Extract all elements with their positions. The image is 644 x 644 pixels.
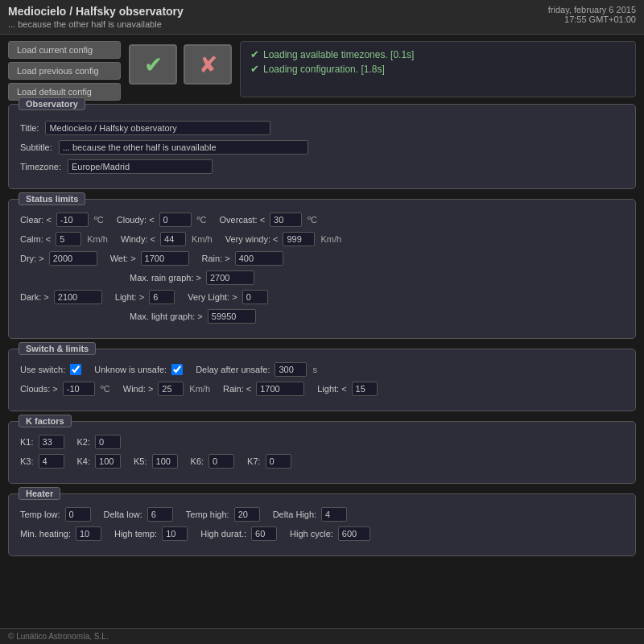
load-previous-button[interactable]: Load previous config: [8, 62, 121, 80]
min-heating-group: Min. heating:: [20, 526, 101, 541]
clouds-input[interactable]: [63, 382, 95, 396]
title-input[interactable]: [45, 121, 270, 135]
windy-input[interactable]: [160, 232, 186, 246]
k4-label: K4:: [77, 456, 91, 466]
high-durat-group: High durat.:: [200, 526, 277, 541]
wind-input[interactable]: [158, 382, 184, 396]
windy-label: Windy: <: [121, 234, 155, 244]
status-row-2: Calm: < Km/h Windy: < Km/h Very windy: <…: [20, 232, 624, 246]
rain-group: Rain: >: [202, 251, 283, 266]
status-text-1: Loading available timezones. [0.1s]: [263, 49, 414, 60]
wind-group: Wind: > Km/h: [123, 382, 210, 396]
k4-group: K4:: [77, 454, 122, 469]
switch-row-1: Use switch: Unknow is unsafe: Delay afte…: [20, 362, 624, 377]
clear-unit: ºC: [94, 215, 104, 225]
k4-input[interactable]: [95, 454, 121, 469]
switch-row-2: Clouds: > ºC Wind: > Km/h Rain: < Light:…: [20, 382, 624, 396]
k7-input[interactable]: [266, 454, 291, 469]
clear-input[interactable]: [56, 213, 89, 227]
dark-input[interactable]: [54, 290, 102, 304]
heater-section: Heater Temp low: Delta low: Temp high: D…: [8, 493, 636, 556]
rain-input[interactable]: [235, 251, 283, 266]
title-label: Title:: [20, 123, 39, 133]
rain-label: Rain: >: [202, 254, 230, 263]
min-heating-label: Min. heating:: [20, 529, 71, 539]
high-durat-input[interactable]: [251, 526, 277, 541]
unknow-unsafe-checkbox[interactable]: [171, 364, 183, 375]
high-cycle-group: High cycle:: [290, 526, 370, 541]
max-rain-group: Max. rain graph: >: [130, 270, 254, 285]
k-factors-section: K factors K1: K2: K3: K4: K5:: [8, 421, 636, 484]
temp-high-group: Temp high:: [186, 507, 260, 522]
k2-input[interactable]: [95, 435, 121, 449]
heater-row-2: Min. heating: High temp: High durat.: Hi…: [20, 526, 624, 541]
k1-input[interactable]: [39, 435, 64, 449]
very-light-input[interactable]: [242, 290, 268, 304]
status-row-1: Clear: < ºC Cloudy: < ºC Overcast: < ºC: [20, 213, 624, 227]
delta-low-input[interactable]: [147, 507, 173, 522]
k5-input[interactable]: [152, 454, 178, 469]
high-cycle-label: High cycle:: [290, 529, 333, 539]
delta-low-label: Delta low:: [104, 510, 142, 519]
confirm-button[interactable]: ✔: [129, 44, 177, 85]
app-title: Mediocielo / Halfsky observatory: [8, 5, 184, 18]
high-temp-label: High temp:: [114, 529, 157, 539]
heater-row-1: Temp low: Delta low: Temp high: Delta Hi…: [20, 507, 624, 522]
very-windy-input[interactable]: [283, 232, 315, 246]
k3-group: K3:: [20, 454, 64, 469]
use-switch-group: Use switch:: [20, 364, 81, 375]
timezone-input[interactable]: [68, 159, 213, 174]
sections-area: Observatory Title: Subtitle: Timezone: S…: [0, 104, 644, 574]
k5-group: K5:: [134, 454, 178, 469]
status-row-4: Max. rain graph: >: [20, 270, 624, 285]
delta-high-input[interactable]: [321, 507, 347, 522]
temp-low-input[interactable]: [65, 507, 91, 522]
status-limits-title: Status limits: [19, 192, 85, 205]
max-light-input[interactable]: [208, 309, 256, 324]
delay-group: Delay after unsafe: s: [196, 362, 317, 377]
clouds-unit: ºC: [101, 384, 110, 394]
overcast-unit: ºC: [308, 215, 317, 225]
wind-unit: Km/h: [189, 384, 210, 394]
load-current-button[interactable]: Load current config: [8, 41, 121, 59]
overcast-label: Overcast: <: [220, 215, 266, 225]
status-row-3: Dry: > Wet: > Rain: >: [20, 251, 624, 266]
calm-unit: Km/h: [87, 234, 108, 244]
wind-label: Wind: >: [123, 384, 154, 394]
high-temp-input[interactable]: [162, 526, 188, 541]
cloudy-input[interactable]: [159, 213, 192, 227]
light-input[interactable]: [149, 290, 175, 304]
top-bar-left: Mediocielo / Halfsky observatory ... bec…: [8, 5, 184, 29]
use-switch-checkbox[interactable]: [70, 364, 81, 375]
subtitle-input[interactable]: [59, 140, 308, 155]
cancel-icon: ✘: [199, 52, 217, 78]
temp-high-input[interactable]: [234, 507, 260, 522]
k5-label: K5:: [134, 456, 147, 466]
cloudy-label: Cloudy: <: [117, 215, 155, 225]
overcast-input[interactable]: [270, 213, 302, 227]
delay-input[interactable]: [275, 362, 307, 377]
max-light-label: Max. light graph: >: [130, 312, 203, 321]
status-row-6: Max. light graph: >: [20, 309, 624, 324]
wet-group: Wet: >: [110, 251, 189, 266]
wet-input[interactable]: [141, 251, 189, 266]
dry-input[interactable]: [49, 251, 97, 266]
k7-label: K7:: [247, 456, 261, 466]
sw-rain-input[interactable]: [256, 382, 304, 396]
top-bar-right: friday, february 6 2015 17:55 GMT+01:00: [548, 5, 636, 24]
very-light-group: Very Light: >: [188, 290, 267, 304]
k6-input[interactable]: [208, 454, 234, 469]
status-line-1: ✔ Loading available timezones. [0.1s]: [250, 48, 625, 60]
min-heating-input[interactable]: [76, 526, 101, 541]
cancel-button[interactable]: ✘: [184, 44, 232, 85]
overcast-group: Overcast: < ºC: [220, 213, 318, 227]
high-cycle-input[interactable]: [338, 526, 370, 541]
sw-light-input[interactable]: [352, 382, 378, 396]
k3-label: K3:: [20, 456, 34, 466]
calm-input[interactable]: [56, 232, 81, 246]
k3-input[interactable]: [39, 454, 64, 469]
max-rain-input[interactable]: [206, 270, 254, 285]
dry-group: Dry: >: [20, 251, 97, 266]
delta-high-label: Delta High:: [273, 510, 316, 519]
switch-limits-section: Switch & limits Use switch: Unknow is un…: [8, 349, 636, 411]
